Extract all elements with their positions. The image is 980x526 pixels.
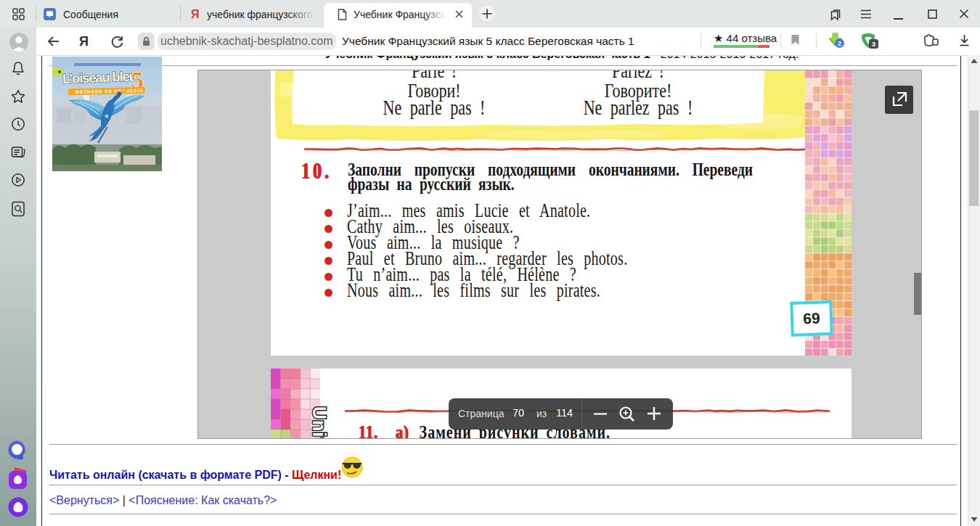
svg-text:L’oiseau bleu: L’oiseau bleu	[62, 68, 137, 86]
svg-text:Unité: Unité	[309, 406, 330, 438]
